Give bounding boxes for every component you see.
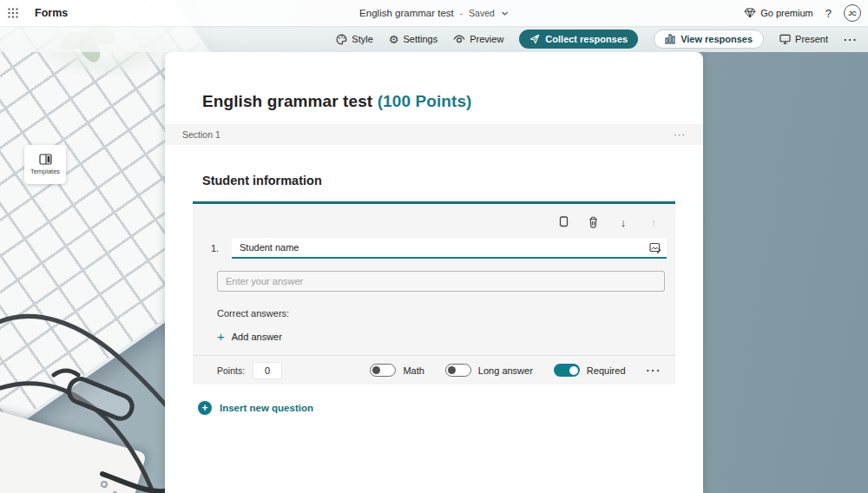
toolbar-overflow-button[interactable]: ··· [844,33,858,46]
app-launcher-waffle-icon[interactable] [0,0,26,26]
points-input[interactable]: 0 [253,362,282,379]
eye-icon [453,35,465,44]
chevron-down-icon[interactable] [501,10,509,17]
section-label: Section 1 [182,129,220,140]
question-footer: Points: 0 Math Long answer Required ··· [193,355,675,385]
correct-answers-label: Correct answers: [217,308,675,319]
saved-status: Saved [469,8,495,18]
help-button[interactable]: ? [825,7,832,20]
collect-responses-label: Collect responses [545,34,628,44]
preview-button[interactable]: Preview [453,34,503,44]
long-answer-label: Long answer [478,365,533,376]
form-toolbar: Style ⚙ Settings Preview Collect respons… [0,26,868,52]
question-overflow-button[interactable]: ··· [647,364,662,377]
eyeglasses-photo [0,285,174,493]
form-title-row[interactable]: English grammar test (100 Points) [202,92,703,111]
present-label: Present [795,34,828,44]
templates-label: Templates [30,168,60,175]
plus-icon: + [217,330,225,343]
form-title: English grammar test [202,92,378,110]
templates-button[interactable]: Templates [24,145,66,184]
section-heading: Student information [202,174,703,187]
header-actions: Go premium ? JC [744,0,861,26]
collect-responses-button[interactable]: Collect responses [519,30,638,49]
required-label: Required [587,365,626,376]
go-premium-button[interactable]: Go premium [744,8,813,18]
gear-icon: ⚙ [389,34,399,45]
answer-placeholder: Enter your answer [226,276,303,286]
present-button[interactable]: Present [779,34,828,44]
delete-question-icon[interactable] [586,215,600,229]
math-label: Math [403,365,424,376]
avatar[interactable]: JC [844,4,861,22]
style-label: Style [352,34,372,44]
long-answer-toggle[interactable] [445,364,471,377]
document-title: English grammar test [359,8,454,18]
question-card: ↓ ↑ 1. Student name Enter your answer Co… [193,201,675,385]
form-total-points: (100 Points) [378,92,472,110]
style-button[interactable]: Style [336,34,372,45]
long-answer-toggle-group: Long answer [445,364,533,377]
math-toggle-group: Math [370,364,424,377]
send-icon [529,34,540,44]
bar-chart-icon [665,34,675,44]
question-actions: ↓ ↑ [193,204,675,229]
insert-new-question-button[interactable]: + Insert new question [198,401,703,415]
templates-layout-icon [39,154,52,165]
required-toggle[interactable] [554,364,580,377]
copy-question-icon[interactable] [556,215,569,229]
answer-input[interactable]: Enter your answer [217,271,665,292]
section-bar: Section 1 ··· [165,124,703,145]
question-title-row: 1. Student name [211,238,667,259]
add-answer-button[interactable]: + Add answer [217,330,675,343]
view-responses-button[interactable]: View responses [654,30,764,49]
section-overflow-button[interactable]: ··· [674,129,686,140]
form-canvas: English grammar test (100 Points) Sectio… [165,52,703,493]
settings-label: Settings [403,34,437,44]
insert-new-question-label: Insert new question [220,403,313,413]
points-label: Points: [217,365,245,376]
preview-label: Preview [470,34,503,44]
settings-button[interactable]: ⚙ Settings [389,34,437,45]
question-title-input[interactable]: Student name [232,238,667,259]
move-question-up-icon[interactable]: ↑ [647,215,661,229]
monitor-icon [779,34,791,44]
question-number: 1. [211,243,225,253]
app-header: Forms English grammar test - Saved Go pr… [0,0,868,26]
document-title-group[interactable]: English grammar test - Saved [359,0,509,26]
insert-media-icon[interactable] [649,242,661,253]
plus-circle-icon: + [198,401,212,415]
app-name: Forms [35,7,68,19]
move-question-down-icon[interactable]: ↓ [616,215,630,229]
add-answer-label: Add answer [232,332,282,342]
diamond-icon [744,8,756,18]
palette-icon [336,34,347,45]
title-separator: - [460,9,463,18]
math-toggle[interactable] [370,364,396,377]
question-title-text: Student name [240,242,299,253]
go-premium-label: Go premium [760,8,813,18]
view-responses-label: View responses [681,34,753,44]
required-toggle-group: Required [554,364,626,377]
